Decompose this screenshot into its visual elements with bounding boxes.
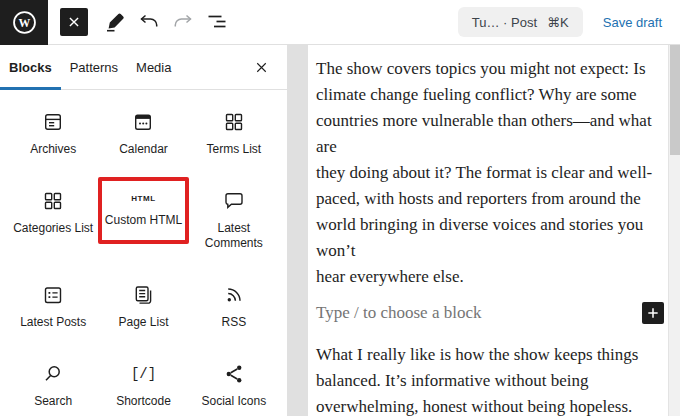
edit-mode-button[interactable] <box>98 5 132 39</box>
archives-icon <box>41 110 65 134</box>
wordpress-icon: W <box>11 9 38 36</box>
block-item-page-list[interactable]: Page List <box>98 271 188 342</box>
editor-top-bar: W <box>0 0 680 45</box>
block-placeholder-text: Type / to choose a block <box>316 303 481 323</box>
post-content-area: The show covers topics you might not exp… <box>308 45 668 416</box>
add-block-button[interactable] <box>642 302 664 324</box>
list-view-icon <box>205 10 229 34</box>
latest-comments-icon <box>222 189 246 213</box>
wordpress-block-editor: W <box>0 0 680 416</box>
block-inserter-panel: Blocks Patterns Media <box>0 45 288 416</box>
block-item-label: Latest Posts <box>20 315 86 330</box>
block-item-calendar[interactable]: Calendar <box>98 98 188 169</box>
svg-text:W: W <box>18 15 30 29</box>
block-item-terms-list[interactable]: Terms List <box>189 98 279 169</box>
undo-button[interactable] <box>132 5 166 39</box>
block-item-label: Calendar <box>119 142 168 157</box>
scrollbar[interactable] <box>668 45 680 416</box>
block-item-shortcode[interactable]: [/] Shortcode <box>98 350 188 416</box>
redo-button[interactable] <box>166 5 200 39</box>
latest-posts-icon <box>41 283 65 307</box>
html-icon: HTML <box>131 191 155 205</box>
block-grid: Archives Calendar <box>0 90 287 416</box>
plus-icon <box>646 306 660 320</box>
empty-paragraph-block[interactable]: Type / to choose a block <box>316 300 662 326</box>
categories-list-icon <box>41 189 65 213</box>
calendar-icon <box>131 110 155 134</box>
block-item-label: Search <box>34 394 72 409</box>
redo-icon <box>171 10 195 34</box>
social-icons-icon <box>222 362 246 386</box>
rss-icon <box>222 283 246 307</box>
block-item-categories-list[interactable]: Categories List <box>8 177 98 263</box>
close-inserter-button[interactable] <box>249 55 273 79</box>
block-item-label: RSS <box>221 315 246 330</box>
terms-list-icon <box>222 110 246 134</box>
paragraph-block-1[interactable]: The show covers topics you might not exp… <box>316 56 662 290</box>
block-item-label: Categories List <box>13 221 93 236</box>
search-block-icon <box>41 362 65 386</box>
inserter-tab-bar: Blocks Patterns Media <box>0 45 287 90</box>
block-item-label: Archives <box>30 142 76 157</box>
block-item-social-icons[interactable]: Social Icons <box>189 350 279 416</box>
block-item-latest-comments[interactable]: Latest Comments <box>189 177 279 263</box>
tab-blocks[interactable]: Blocks <box>0 45 61 89</box>
undo-icon <box>137 10 161 34</box>
block-item-label: Shortcode <box>116 394 171 409</box>
block-item-search[interactable]: Search <box>8 350 98 416</box>
block-item-label: Page List <box>118 315 168 330</box>
block-item-label: Custom HTML <box>105 213 182 228</box>
keyboard-shortcut-label: ⌘K <box>547 15 569 30</box>
block-item-archives[interactable]: Archives <box>8 98 98 169</box>
shortcode-icon: [/] <box>131 362 155 386</box>
editor-canvas: The show covers topics you might not exp… <box>288 45 680 416</box>
close-icon <box>67 15 81 29</box>
paragraph-block-2[interactable]: What I really like is how the show keeps… <box>316 342 662 416</box>
editor-main: Blocks Patterns Media <box>0 45 680 416</box>
block-item-label: Latest Comments <box>191 221 277 251</box>
close-icon <box>253 59 270 76</box>
block-item-custom-html[interactable]: HTML Custom HTML <box>98 177 188 244</box>
scrollbar-thumb[interactable] <box>670 45 680 155</box>
wordpress-logo-button[interactable]: W <box>0 0 48 45</box>
block-item-latest-posts[interactable]: Latest Posts <box>8 271 98 342</box>
block-inserter-toggle-button[interactable] <box>60 8 88 36</box>
tab-media[interactable]: Media <box>127 45 180 89</box>
block-item-rss[interactable]: RSS <box>189 271 279 342</box>
pencil-icon <box>103 10 127 34</box>
page-list-icon <box>131 283 155 307</box>
save-draft-button[interactable]: Save draft <box>603 15 662 30</box>
document-title-label: Tu… · Post <box>472 15 537 30</box>
list-view-button[interactable] <box>200 5 234 39</box>
command-palette-button[interactable]: Tu… · Post ⌘K <box>458 7 583 37</box>
block-item-label: Social Icons <box>201 394 266 409</box>
block-item-label: Terms List <box>206 142 261 157</box>
tab-patterns[interactable]: Patterns <box>61 45 127 89</box>
